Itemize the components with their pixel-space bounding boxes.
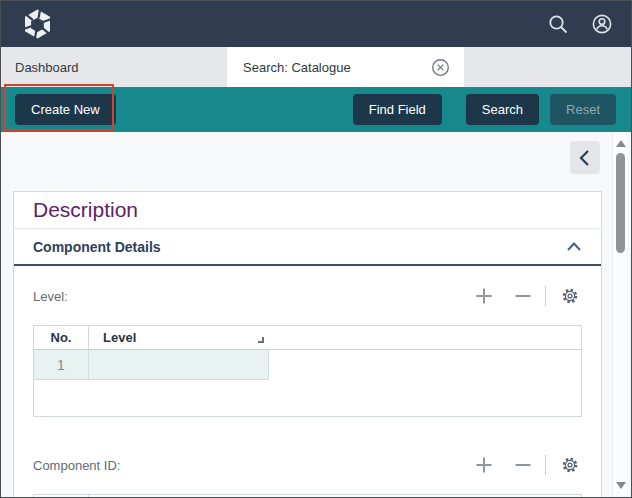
- panel-title-row: Description: [14, 192, 601, 229]
- app-window: Dashboard Search: Catalogue Create New F…: [0, 0, 632, 498]
- chevron-up-icon[interactable]: [566, 241, 582, 252]
- field-component-id-actions: [472, 455, 582, 475]
- settings-gear-icon[interactable]: [558, 455, 582, 475]
- toolbar-divider: [545, 286, 546, 306]
- column-header-no[interactable]: No.: [34, 326, 89, 349]
- create-new-button[interactable]: Create New: [15, 94, 116, 125]
- table-row: 1: [34, 350, 581, 380]
- arrow-down-icon[interactable]: [613, 479, 628, 491]
- toolbar-divider: [545, 455, 546, 475]
- tab-dashboard[interactable]: Dashboard: [1, 47, 227, 87]
- content-area: Description Component Details Level:: [1, 132, 631, 497]
- reset-button[interactable]: Reset: [550, 94, 616, 125]
- section-title: Component Details: [33, 239, 161, 255]
- field-level: Level:: [14, 288, 601, 417]
- add-icon[interactable]: [472, 286, 496, 306]
- remove-icon[interactable]: [511, 286, 535, 306]
- vertical-scrollbar[interactable]: [612, 132, 627, 497]
- settings-gear-icon[interactable]: [558, 286, 582, 306]
- top-navbar: [1, 1, 631, 47]
- field-component-id-label: Component ID:: [33, 458, 120, 473]
- account-icon[interactable]: [591, 13, 613, 35]
- collapse-panel-button[interactable]: [570, 141, 600, 174]
- section-component-details[interactable]: Component Details: [14, 229, 601, 266]
- field-component-id: Component ID:: [14, 457, 601, 497]
- close-tab-icon[interactable]: [431, 58, 450, 77]
- tab-bar: Dashboard Search: Catalogue: [1, 47, 631, 87]
- add-icon[interactable]: [472, 455, 496, 475]
- page-title: Description: [33, 198, 138, 222]
- arrow-up-icon[interactable]: [613, 137, 628, 149]
- app-logo-icon[interactable]: [19, 7, 56, 41]
- field-level-actions: [472, 286, 582, 306]
- column-header-component-id[interactable]: Component ID: [89, 495, 269, 497]
- tab-dashboard-label: Dashboard: [15, 60, 79, 75]
- table-empty-space: [34, 380, 581, 416]
- tab-search-catalogue-label: Search: Catalogue: [243, 60, 351, 75]
- chevron-left-icon: [577, 148, 593, 168]
- column-header-no[interactable]: No.: [34, 495, 89, 497]
- scrollbar-thumb[interactable]: [616, 153, 625, 253]
- component-id-table: No. Component ID: [33, 494, 582, 497]
- tab-search-catalogue[interactable]: Search: Catalogue: [227, 47, 464, 87]
- action-toolbar: Create New Find Field Search Reset: [1, 87, 631, 132]
- field-level-header: Level:: [33, 288, 582, 304]
- search-icon[interactable]: [547, 13, 569, 35]
- search-button[interactable]: Search: [466, 94, 539, 125]
- component-id-table-header: No. Component ID: [34, 495, 581, 497]
- row-number-cell: 1: [34, 350, 89, 380]
- field-level-label: Level:: [33, 289, 68, 304]
- remove-icon[interactable]: [511, 455, 535, 475]
- find-field-button[interactable]: Find Field: [353, 94, 442, 125]
- column-header-level-label: Level: [103, 330, 136, 345]
- level-table-header: No. Level: [34, 326, 581, 350]
- column-header-level[interactable]: Level: [89, 326, 269, 349]
- level-table: No. Level 1: [33, 325, 582, 417]
- level-input-cell[interactable]: [89, 350, 269, 380]
- toolbar-right-group: Find Field Search Reset: [353, 94, 616, 125]
- field-component-id-header: Component ID:: [33, 457, 582, 473]
- form-panel: Description Component Details Level:: [13, 191, 602, 497]
- sort-indicator-icon: [258, 337, 264, 343]
